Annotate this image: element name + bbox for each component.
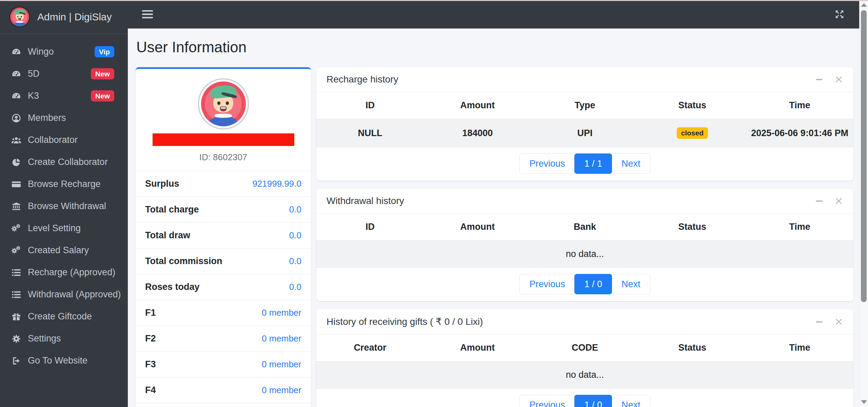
sidebar-item-browse-withdrawal[interactable]: Browse Withdrawal: [0, 195, 128, 217]
status-badge: closed: [677, 127, 708, 139]
user-profile-card: ID: 8602307 Surplus921999.99.0Total char…: [136, 67, 311, 407]
stat-value: 0 member: [262, 308, 301, 318]
stat-label: F1: [145, 308, 156, 318]
sidebar-item-collaborator[interactable]: Collaborator: [0, 129, 128, 151]
pie-chart-icon: [10, 157, 22, 168]
sidebar-item-level-setting[interactable]: Level Setting: [0, 217, 128, 239]
page-indicator[interactable]: 1 / 1: [574, 153, 612, 174]
panel-header: Withdrawal history: [316, 189, 853, 214]
profile-stat-row: Roses today0.0: [136, 274, 311, 300]
close-icon[interactable]: [834, 75, 843, 84]
recharge-time-cell: 2025-06-06 9:01:46 PM: [746, 119, 853, 147]
gifts-history-panel: History of receiving gifts ( ₹ 0 / 0 Lix…: [316, 309, 853, 407]
minimize-icon[interactable]: [815, 75, 824, 84]
profile-stat-row: Total charge0.0: [136, 197, 311, 222]
no-data-cell: no data...: [316, 241, 853, 268]
sidebar-item-recharge-approved[interactable]: Recharge (Approved): [0, 261, 128, 283]
users-icon: [10, 135, 22, 146]
redacted-username: [153, 133, 294, 146]
table-header-row: IDAmountBankStatusTime: [316, 214, 853, 241]
close-icon[interactable]: [834, 197, 843, 205]
previous-button[interactable]: Previous: [519, 395, 575, 407]
profile-stat-row: F10 member: [136, 300, 311, 326]
next-button[interactable]: Next: [612, 153, 650, 174]
topbar: [128, 0, 859, 29]
sidebar-item-browse-recharge[interactable]: Browse Recharge: [0, 173, 128, 195]
sidebar-item-create-giftcode[interactable]: Create Giftcode: [0, 306, 128, 328]
browser-chrome-edge: [0, 0, 868, 1]
previous-button[interactable]: Previous: [519, 153, 575, 174]
column-header: Time: [746, 92, 853, 119]
column-header: Amount: [424, 92, 531, 119]
profile-stat-row: F40 member: [136, 377, 311, 403]
column-header: ID: [316, 92, 424, 119]
previous-button[interactable]: Previous: [519, 274, 575, 294]
history-panels-column: Recharge history IDAmountTypeStatusTime …: [316, 67, 853, 407]
scrollbar-thumb[interactable]: [861, 10, 867, 302]
fullscreen-icon[interactable]: [834, 9, 845, 19]
sidebar: Admin | DigiSlay WingoVip5DNewK3NewMembe…: [0, 0, 128, 407]
stat-value: 921999.99.0: [252, 179, 301, 189]
avatar-collar: [16, 21, 23, 23]
empty-table-row: no data...: [316, 362, 853, 389]
sidebar-item-label: Settings: [28, 333, 114, 344]
stat-label: Total draw: [145, 230, 190, 241]
sidebar-item-go-to-website[interactable]: Go To Website: [0, 350, 128, 372]
tachometer-icon: [10, 47, 22, 57]
panel-title: History of receiving gifts ( ₹ 0 / 0 Lix…: [327, 316, 804, 327]
pagination: Previous 1 / 0 Next: [519, 274, 650, 294]
profile-stat-row: F30 member: [136, 351, 311, 377]
scroll-down-arrow[interactable]: [861, 400, 867, 404]
panel-header: History of receiving gifts ( ₹ 0 / 0 Lix…: [316, 309, 853, 334]
pagination-row: Previous 1 / 0 Next: [316, 389, 853, 407]
sidebar-badge-new: New: [91, 68, 114, 79]
sidebar-item-label: 5D: [28, 69, 91, 79]
recharge-status-cell: closed: [638, 119, 746, 147]
sidebar-item-withdrawal-approved[interactable]: Withdrawal (Approved): [0, 283, 128, 306]
sidebar-item-k3[interactable]: K3New: [0, 85, 128, 107]
sidebar-item-create-collaborator[interactable]: Create Collaborator: [0, 151, 128, 173]
brand-title: Admin | DigiSlay: [37, 11, 112, 23]
gift-icon: [10, 311, 22, 322]
sidebar-badge-new: New: [91, 90, 114, 101]
close-icon[interactable]: [834, 317, 843, 326]
sidebar-item-label: Go To Website: [28, 355, 114, 366]
sidebar-item-members[interactable]: Members: [0, 107, 128, 129]
next-button[interactable]: Next: [612, 395, 650, 407]
scroll-up-arrow[interactable]: [861, 3, 867, 7]
minimize-icon[interactable]: [815, 197, 824, 205]
profile-stats: Surplus921999.99.0Total charge0.0Total d…: [136, 171, 311, 407]
recharge-table: IDAmountTypeStatusTime NULL 184000 UPI c…: [316, 92, 853, 147]
sidebar-item-wingo[interactable]: WingoVip: [0, 41, 128, 63]
brand-header[interactable]: Admin | DigiSlay: [0, 0, 128, 34]
column-header: Creator: [316, 334, 424, 362]
next-button[interactable]: Next: [612, 274, 650, 294]
hamburger-icon[interactable]: [142, 9, 153, 19]
minimize-icon[interactable]: [815, 317, 824, 326]
column-header: Amount: [424, 214, 531, 241]
profile-stat-row: Surplus921999.99.0: [136, 171, 311, 197]
recharge-amount-cell: 184000: [424, 119, 531, 147]
admin-dashboard-screen: Admin | DigiSlay WingoVip5DNewK3NewMembe…: [0, 0, 868, 407]
column-header: Status: [638, 214, 746, 241]
column-header: Status: [638, 92, 746, 119]
gifts-table: CreatorAmountCODEStatusTime no data...: [316, 334, 853, 389]
recharge-history-panel: Recharge history IDAmountTypeStatusTime …: [316, 67, 853, 181]
stat-label: Roses today: [145, 282, 200, 292]
content-area: User Information: [128, 29, 859, 407]
table-header-row: CreatorAmountCODEStatusTime: [316, 334, 853, 362]
sidebar-item-5d[interactable]: 5DNew: [0, 63, 128, 85]
sidebar-item-created-salary[interactable]: Created Salary: [0, 239, 128, 261]
profile-stat-row: General invitation0: [136, 403, 311, 407]
page-indicator[interactable]: 1 / 0: [574, 395, 612, 407]
avatar-collar: [215, 114, 232, 118]
panel-title: Recharge history: [327, 74, 804, 85]
column-header: Status: [638, 334, 746, 362]
panel-header: Recharge history: [316, 67, 853, 92]
page-scrollbar[interactable]: [859, 0, 868, 407]
sidebar-item-label: Create Giftcode: [28, 311, 114, 322]
no-data-cell: no data...: [316, 362, 853, 389]
boy-avatar-icon: [10, 7, 29, 26]
page-indicator[interactable]: 1 / 0: [574, 274, 612, 294]
sidebar-item-settings[interactable]: Settings: [0, 328, 128, 350]
